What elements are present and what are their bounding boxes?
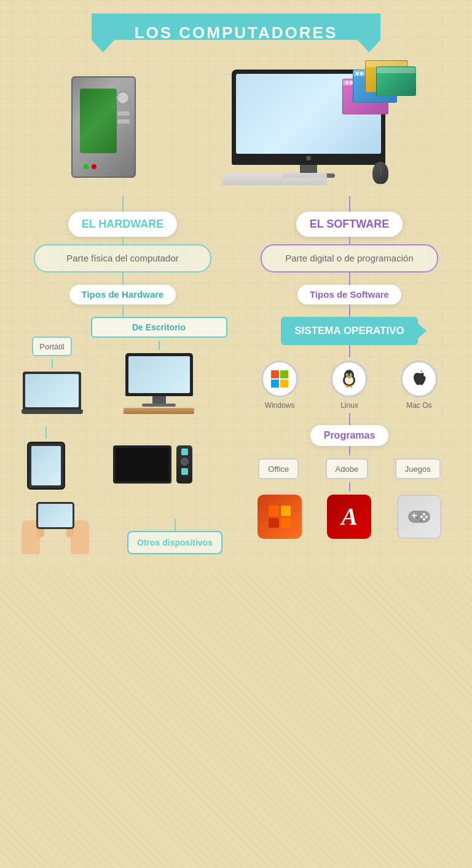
hw-bottom-row [18,426,227,490]
tablet-display [31,446,61,485]
svg-point-7 [347,376,351,378]
remote-circle [181,458,189,466]
svg-point-13 [423,513,425,516]
software-label: EL SOFTWARE [296,212,403,237]
win-pane-4 [280,380,288,388]
svg-point-6 [351,374,352,375]
hardware-label: EL HARDWARE [68,212,178,237]
title-section: LOS COMPUTADORES [0,0,472,52]
tablet-drawing [27,442,65,490]
tv-drawing [113,445,171,484]
off-sq1 [269,506,279,516]
program-boxes-row: Office Adobe Juegos [245,458,454,479]
vc-sw-desc [349,237,350,244]
apple-logo [410,370,428,388]
gamepad-logo [406,507,433,527]
macos-circle [401,360,438,397]
vc-otros [175,519,176,531]
tower-leds [84,164,96,169]
tipos-hw-banner: Tipos de Hardware [69,285,176,305]
vc-escritorio [159,341,160,350]
linux-logo [339,369,359,389]
portatil-section: Portátil [18,336,86,414]
macos-label: Mac Os [406,401,431,410]
vc-tipos-devices [122,305,124,317]
tipos-hw-label: Tipos de Hardware [82,289,164,300]
office-logo [269,506,291,528]
hardware-col: EL HARDWARE Parte física del computador … [18,196,227,554]
sistema-operativo-label: SISTEMA OPERATIVO [294,325,404,336]
hardware-desc: Parte física del computador [66,253,179,263]
os-circles-row: Windows [245,360,454,410]
led-red [92,164,96,169]
window-green [376,66,416,96]
remote-btn1 [181,448,188,455]
programas-banner: Programas [310,425,389,446]
bottom-spacer [0,554,472,573]
portatil-label-box: Portátil [32,336,71,356]
tipos-sw-label: Tipos de Software [310,289,389,300]
laptop-base [22,410,83,414]
desktop-table [124,408,194,414]
hw-sw-section: EL HARDWARE Parte física del computador … [0,178,472,554]
office-box: Office [258,458,299,479]
tablet-section [18,426,74,490]
otros-label: Otros dispositivos [137,538,213,547]
svg-rect-9 [350,385,352,388]
desktop-drawing [124,353,194,414]
tv-remote-section [79,439,227,490]
monitor-illustration [216,70,401,178]
windows-circle [261,360,298,397]
juegos-box: Juegos [395,458,441,479]
software-desc: Parte digital o de programación [285,253,413,263]
adobe-label: Adobe [336,464,359,474]
hw-top-row: Portátil [18,317,227,414]
desktop-foot [142,404,176,407]
vc-hw-desc [122,237,124,244]
monitor-power-button [306,156,311,161]
mouse-illustration [372,162,388,184]
linux-label: Linux [340,401,358,410]
vc-so-os [349,345,350,357]
hardware-title: EL HARDWARE [82,218,164,230]
title-banner: LOS COMPUTADORES [92,14,381,52]
escritorio-label: De Escritorio [132,322,186,332]
floating-windows [339,60,419,122]
laptop-screen-frame [23,372,81,410]
hw-devices-inner: Portátil [18,317,227,554]
portatil-label: Portátil [39,342,64,351]
hardware-desc-box: Parte física del computador [34,244,211,273]
tower-circle [116,91,130,105]
desktop-screen-frame [125,353,193,396]
svg-rect-12 [414,513,415,518]
svg-point-15 [420,516,423,518]
title-text: LOS COMPUTADORES [135,23,338,42]
tipos-sw-banner: Tipos de Software [297,285,401,305]
software-col: EL SOFTWARE Parte digital o de programac… [245,196,454,554]
vc-boxes-icons [349,482,350,492]
tower-pc-illustration [71,76,136,178]
vc-sw-tipos [349,273,350,285]
windows-label: Windows [265,401,295,410]
off-sq2 [281,506,291,516]
vc-os-programas [349,413,350,425]
svg-point-16 [423,518,425,520]
laptop-display [25,374,79,407]
off-sq4 [281,518,291,528]
off-sq3 [269,518,279,528]
otros-label-box: Otros dispositivos [127,531,222,554]
so-arrow [418,324,427,338]
monitor-bottom-bezel [236,154,381,162]
desktop-neck [152,396,166,404]
linux-circle [331,360,368,397]
tv-display [116,448,169,481]
escritorio-label-box: De Escritorio [91,317,227,338]
adobe-logo: A [341,504,358,529]
svg-point-14 [425,516,428,518]
monitor-neck [300,165,317,173]
vc-tower-hw [122,196,124,212]
laptop-drawing [22,372,83,414]
tower-body [71,76,136,178]
vc-monitor-sw [349,196,350,212]
remote-btn2 [181,468,188,475]
